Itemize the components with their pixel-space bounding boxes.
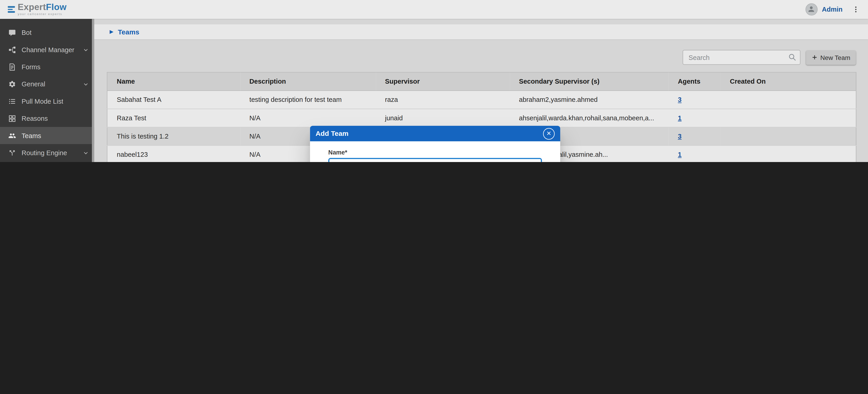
modal-title: Add Team	[315, 130, 348, 137]
close-icon	[546, 129, 552, 139]
add-team-modal: Add Team Name* Description Supervisor Se…	[310, 126, 560, 162]
name-input[interactable]	[328, 158, 542, 162]
modal-body: Name* Description Supervisor Secondary S…	[310, 149, 560, 162]
name-field-wrap	[328, 158, 542, 162]
name-label: Name*	[328, 149, 542, 156]
close-button[interactable]	[543, 128, 555, 139]
modal-header: Add Team	[310, 126, 560, 141]
app: ExpertFlow your callcenter experts Admin…	[0, 0, 868, 162]
